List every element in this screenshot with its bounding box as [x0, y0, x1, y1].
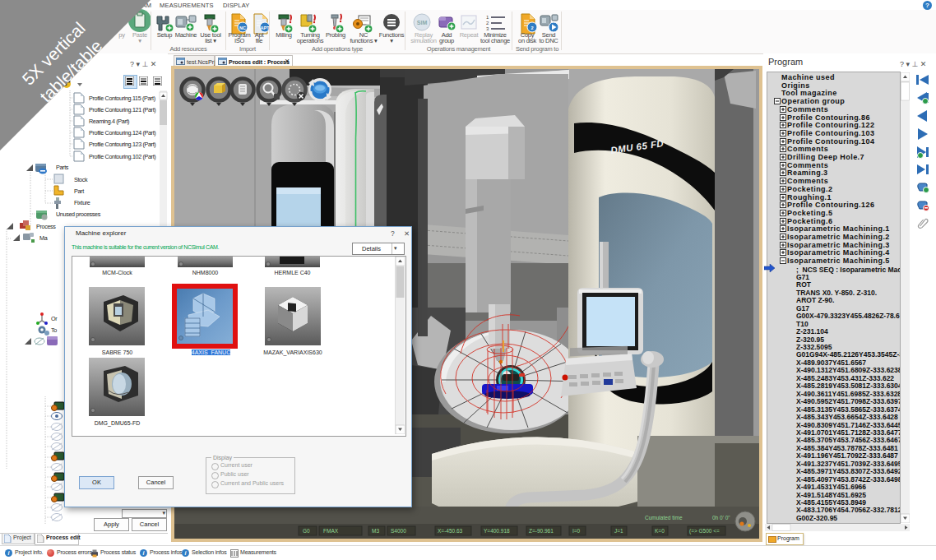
svg-text:0h 0' 0": 0h 0' 0"	[712, 515, 730, 521]
svg-text:Y=400.918: Y=400.918	[484, 528, 510, 534]
svg-text:I=0: I=0	[572, 528, 581, 534]
svg-text:J=1: J=1	[614, 528, 623, 534]
svg-text:NC: NC	[239, 25, 246, 30]
svg-text:M3: M3	[372, 528, 379, 534]
svg-text:S4000: S4000	[391, 528, 406, 534]
svg-text:Cumulated time: Cumulated time	[645, 515, 683, 521]
svg-text:2: 2	[531, 25, 533, 30]
svg-text:X=-450.63: X=-450.63	[438, 528, 463, 534]
svg-text:K=0: K=0	[655, 528, 665, 534]
svg-text:Z=-90.961: Z=-90.961	[529, 528, 554, 534]
svg-text:2: 2	[486, 21, 489, 25]
svg-text:(=> G500 <=: (=> G500 <=	[689, 528, 720, 535]
svg-text:G0: G0	[303, 528, 310, 534]
svg-text:1: 1	[486, 15, 489, 20]
svg-text:SIM: SIM	[417, 20, 428, 25]
svg-text:FMAX: FMAX	[323, 528, 339, 534]
